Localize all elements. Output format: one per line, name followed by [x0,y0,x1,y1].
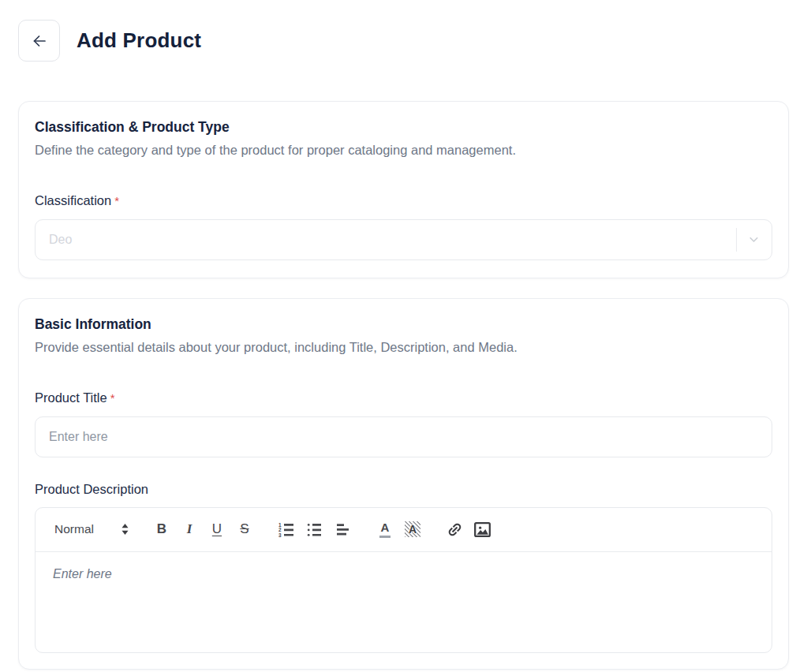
bold-icon: B [157,521,166,537]
svg-text:3: 3 [278,532,282,537]
italic-icon: I [187,521,192,537]
color-group: A A [376,520,421,539]
up-down-arrows-icon [121,523,129,536]
basic-information-card: Basic Information Provide essential deta… [18,298,789,670]
bullet-list-icon [307,521,323,537]
classification-card: Classification & Product Type Define the… [18,101,789,278]
format-picker[interactable]: Normal [54,522,129,536]
image-icon [474,522,491,537]
product-title-input[interactable] [35,416,772,457]
text-color-button[interactable]: A [376,520,394,539]
italic-button[interactable]: I [181,520,198,539]
image-button[interactable] [474,520,491,539]
classification-label-text: Classification [35,193,111,207]
strikethrough-button[interactable]: S [236,520,253,539]
page-header: Add Product [18,15,789,67]
editor-content-area[interactable]: Enter here [36,552,772,652]
basic-card-subtitle: Provide essential details about your pro… [35,340,772,355]
classification-select-placeholder: Deo [49,233,736,247]
background-color-icon: A [405,521,420,537]
bullet-list-button[interactable] [306,520,323,539]
back-button[interactable] [18,20,60,62]
page-title: Add Product [77,28,201,53]
classification-select[interactable]: Deo [35,219,772,260]
underline-button[interactable]: U [208,520,226,539]
insert-group [447,520,491,539]
link-icon [447,521,463,538]
classification-card-subtitle: Define the category and type of the prod… [35,143,772,158]
align-icon [334,521,350,537]
underline-icon: U [212,521,222,537]
bold-button[interactable]: B [153,520,170,539]
rich-text-editor: Normal B I U S [35,507,772,653]
text-style-group: B I U S [153,520,253,539]
required-asterisk: * [114,194,119,207]
text-color-icon: A [379,521,391,538]
add-product-page: Add Product Classification & Product Typ… [0,0,796,670]
editor-toolbar: Normal B I U S [36,508,772,552]
format-picker-value: Normal [54,522,94,536]
classification-field-label: Classification* [35,193,772,208]
strikethrough-icon: S [240,521,249,537]
arrow-left-icon [30,32,49,50]
classification-card-title: Classification & Product Type [35,119,772,136]
align-button[interactable] [334,520,351,539]
ordered-list-button[interactable]: 1 2 3 [278,520,296,539]
product-description-label: Product Description [35,482,772,497]
product-title-label-text: Product Title [35,390,107,405]
chevron-down-icon [747,233,760,246]
link-button[interactable] [447,520,464,539]
select-divider [736,228,737,252]
ordered-list-icon: 1 2 3 [278,521,295,537]
background-color-button[interactable]: A [404,520,421,539]
required-asterisk: * [110,391,115,405]
product-title-label: Product Title* [35,390,772,405]
editor-placeholder: Enter here [53,567,754,581]
list-group: 1 2 3 [278,520,351,539]
basic-card-title: Basic Information [35,316,772,333]
